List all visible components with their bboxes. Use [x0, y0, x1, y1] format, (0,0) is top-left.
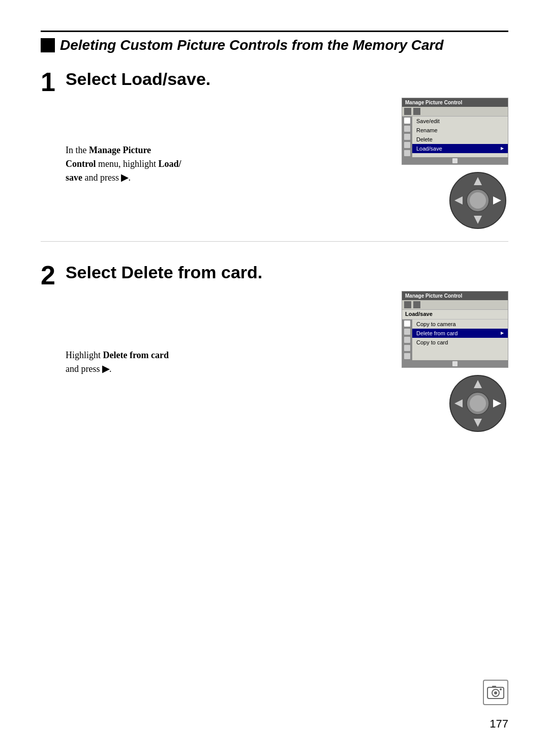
- sidebar-icon-1: [404, 118, 410, 124]
- step-2-menu-subtitle: Load/save: [402, 310, 508, 319]
- step-2-body: Highlight Delete from cardand press ▶. M…: [66, 291, 508, 434]
- menu-icon-4: [413, 301, 420, 308]
- step-2-number: 2: [41, 262, 55, 288]
- step-1-menu-screenshot: Manage Picture Control: [402, 98, 508, 165]
- section-block-icon: [41, 38, 55, 52]
- svg-point-9: [470, 395, 486, 412]
- section-title: Deleting Custom Picture Controls from th…: [60, 37, 444, 53]
- step-2-press-symbol: ▶: [102, 364, 109, 374]
- step-1-number: 1: [41, 69, 55, 95]
- step-2-text: Highlight Delete from cardand press ▶.: [66, 348, 386, 376]
- step-1-body: In the Manage PictureControl menu, highl…: [66, 98, 508, 231]
- step-2-menu-icons: [402, 300, 508, 310]
- menu-icon-1: [404, 108, 411, 115]
- svg-point-2: [470, 192, 486, 209]
- step-2-menu-screenshot: Manage Picture Control Load/save: [402, 291, 508, 368]
- step-1-menu-footer: [402, 157, 508, 164]
- step-1-images: Manage Picture Control: [402, 98, 508, 231]
- step-2-dpad: [447, 373, 508, 434]
- svg-point-16: [494, 691, 497, 694]
- sidebar-icon-9: [404, 345, 410, 351]
- bottom-right-camera-icon: [483, 680, 508, 705]
- menu-footer-icon: [452, 158, 458, 163]
- step-2-menu-title: Manage Picture Control: [402, 292, 508, 300]
- step-1-text: In the Manage PictureControl menu, highl…: [66, 143, 386, 185]
- menu-item-loadsave: Load/save: [412, 144, 508, 153]
- step-2-images: Manage Picture Control Load/save: [402, 291, 508, 434]
- menu-footer-icon-2: [452, 361, 458, 366]
- step-1: 1 Select Load/save. In the Manage Pictur…: [41, 69, 508, 242]
- sidebar-icon-10: [404, 353, 410, 359]
- step-1-menu-title: Manage Picture Control: [402, 98, 508, 107]
- step-1-menu-body: Save/edit Rename Delete Load/save: [402, 117, 508, 157]
- step-1-heading: Select Load/save.: [66, 69, 508, 90]
- menu-item-saveedit: Save/edit: [412, 117, 508, 126]
- step-2-menu-items: Copy to camera Delete from card Copy to …: [412, 319, 508, 360]
- step-2-bold-delete: Delete from card: [103, 350, 169, 360]
- step-2-content: Select Delete from card. Highlight Delet…: [66, 262, 508, 434]
- menu-item-delete: Delete: [412, 135, 508, 144]
- sidebar-icon-2: [404, 126, 410, 132]
- step-2-heading-text: Delete from card.: [121, 263, 263, 282]
- menu-icon-2: [413, 108, 420, 115]
- step-2-heading: Select Delete from card.: [66, 262, 508, 283]
- menu-item-deletefromcard: Delete from card: [412, 329, 508, 338]
- step-1-menu-icons: [402, 107, 508, 117]
- step-1-content: Select Load/save. In the Manage PictureC…: [66, 69, 508, 231]
- step-2-menu-footer: [402, 360, 508, 367]
- menu-item-copytocard: Copy to card: [412, 338, 508, 347]
- menu-item-copytocamera: Copy to camera: [412, 319, 508, 329]
- page-number: 177: [490, 717, 508, 731]
- svg-point-18: [500, 688, 502, 690]
- sidebar-icon-8: [404, 337, 410, 343]
- sidebar-icon-6: [404, 321, 410, 327]
- step-1-bold-manage: Manage PictureControl: [66, 145, 151, 169]
- step-1-press-symbol: ▶: [121, 172, 128, 183]
- sidebar-icon-3: [404, 134, 410, 140]
- sidebar-icon-7: [404, 329, 410, 335]
- step-1-dpad: [447, 170, 508, 231]
- sidebar-icon-4: [404, 142, 410, 148]
- step-2: 2 Select Delete from card. Highlight Del…: [41, 262, 508, 444]
- step-1-menu-sidebar: [402, 117, 412, 157]
- step-2-menu-body: Copy to camera Delete from card Copy to …: [402, 319, 508, 360]
- svg-rect-17: [492, 686, 496, 688]
- step-1-heading-text: Load/save.: [121, 69, 211, 89]
- menu-item-rename: Rename: [412, 126, 508, 135]
- sidebar-icon-5: [404, 150, 410, 156]
- menu-icon-3: [404, 301, 411, 308]
- section-header: Deleting Custom Picture Controls from th…: [41, 31, 508, 53]
- step-2-menu-sidebar: [402, 319, 412, 360]
- step-1-menu-items: Save/edit Rename Delete Load/save: [412, 117, 508, 157]
